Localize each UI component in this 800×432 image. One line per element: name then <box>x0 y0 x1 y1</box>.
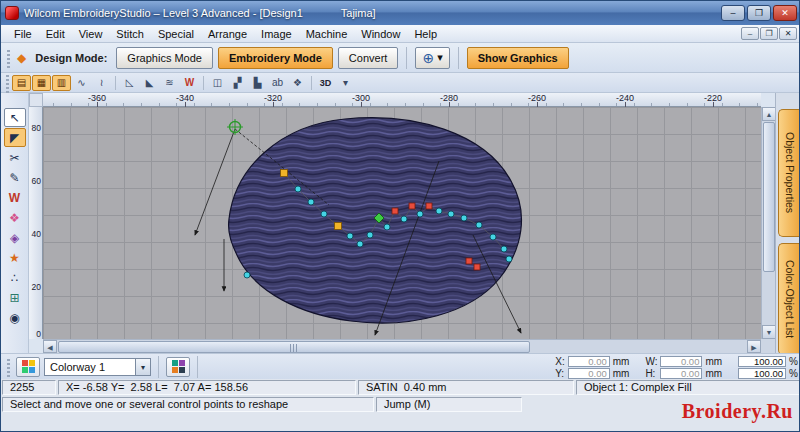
toolbar-separator <box>158 356 159 378</box>
entry-anchor[interactable] <box>227 119 243 135</box>
x-unit: mm <box>613 356 630 367</box>
menu-machine[interactable]: Machine <box>299 27 355 41</box>
menu-edit[interactable]: Edit <box>39 27 72 41</box>
menu-special[interactable]: Special <box>151 27 201 41</box>
x-label: X: <box>555 356 564 367</box>
mdi-close-button[interactable]: ✕ <box>779 27 797 40</box>
menu-view[interactable]: View <box>72 27 110 41</box>
color-wheel-icon[interactable] <box>166 357 190 377</box>
colorway-value[interactable]: Colorway 1 <box>44 358 136 376</box>
embroidery-design <box>43 107 761 339</box>
menu-help[interactable]: Help <box>407 27 444 41</box>
nodes-tool-icon[interactable]: ∴ <box>4 268 26 287</box>
w-label: W: <box>645 356 657 367</box>
mdi-minimize-button[interactable]: – <box>741 27 759 40</box>
menu-window[interactable]: Window <box>354 27 407 41</box>
input-wave-icon[interactable]: ≋ <box>160 75 179 91</box>
graph-icon[interactable]: ▙ <box>248 75 267 91</box>
minimize-button[interactable]: – <box>721 5 745 21</box>
ruler-tick: 80 <box>29 123 41 133</box>
lettering-icon[interactable]: W <box>180 75 199 91</box>
ruler-tick: -240 <box>611 93 639 103</box>
h-field[interactable]: 0.00 <box>660 368 702 379</box>
reshape-tool[interactable]: ◤ <box>4 128 26 147</box>
fill-pattern-icon[interactable]: ▞ <box>228 75 247 91</box>
status-hint: Select and move one or several control p… <box>2 397 374 412</box>
toolbar-grip[interactable] <box>7 48 10 68</box>
ruler-tick: 60 <box>29 176 41 186</box>
title-bar[interactable]: Wilcom EmbroideryStudio – Level 3 Advanc… <box>1 1 800 25</box>
stitch-motif-icon[interactable]: ≀ <box>92 75 111 91</box>
scissors-tool-icon[interactable]: ✂ <box>4 148 26 167</box>
stitch-satin-icon[interactable]: ▥ <box>52 75 71 91</box>
input-b-icon[interactable]: ◣ <box>140 75 159 91</box>
zoom-tool-icon[interactable]: ◉ <box>4 308 26 327</box>
tab-color-object-list[interactable]: Color-Object List <box>778 243 800 355</box>
stitch-run-icon[interactable]: ▤ <box>12 75 31 91</box>
more-tools-icon[interactable]: ▾ <box>336 75 355 91</box>
ruler-tick: -360 <box>83 93 111 103</box>
horizontal-scrollbar[interactable]: ◀ ▶ <box>43 339 761 353</box>
ruler-tick: -280 <box>435 93 463 103</box>
column-icon[interactable]: ◫ <box>208 75 227 91</box>
toolbar-grip[interactable] <box>6 73 9 93</box>
palette-icon[interactable] <box>16 357 40 377</box>
close-button[interactable]: ✕ <box>773 5 797 21</box>
colorway-toolbar: Colorway 1 ▾ X: 0.00 mm W: 0.00 mm 100.0… <box>1 353 800 379</box>
chevron-down-icon[interactable]: ▾ <box>136 358 151 376</box>
vertical-scrollbar[interactable]: ▲ ▼ <box>761 107 775 339</box>
scroll-down-button[interactable]: ▼ <box>762 325 776 339</box>
stitch-zigzag-icon[interactable]: ∿ <box>72 75 91 91</box>
menu-stitch[interactable]: Stitch <box>109 27 151 41</box>
w-field[interactable]: 0.00 <box>660 356 702 367</box>
ruler-tick: -260 <box>523 93 551 103</box>
scroll-left-button[interactable]: ◀ <box>43 340 57 353</box>
app-icon <box>5 6 19 20</box>
scroll-up-button[interactable]: ▲ <box>762 107 776 121</box>
hoop-globe-button[interactable]: ⊕ ▾ <box>415 47 449 69</box>
grid-tool-icon[interactable]: ⊞ <box>4 288 26 307</box>
selected-object-info: Object 1: Complex Fill <box>576 380 800 395</box>
design-canvas[interactable] <box>43 107 761 339</box>
stitch-tatami-icon[interactable]: ▦ <box>32 75 51 91</box>
ruler-tick: -220 <box>699 93 727 103</box>
letters-icon[interactable]: ab <box>268 75 287 91</box>
horizontal-scroll-thumb[interactable] <box>58 341 530 353</box>
select-tool[interactable]: ↖ <box>4 108 26 127</box>
mdi-restore-button[interactable]: ❐ <box>760 27 778 40</box>
toolbar-separator <box>311 76 312 90</box>
lettering-tool-icon[interactable]: W <box>4 188 26 207</box>
embroidery-mode-button[interactable]: Embroidery Mode <box>218 47 333 69</box>
star-tool-icon[interactable]: ★ <box>4 248 26 267</box>
scale-h-field[interactable]: 100.00 <box>738 368 786 379</box>
embroidery-object[interactable] <box>229 118 522 323</box>
toolbar-grip[interactable] <box>7 357 10 377</box>
input-a-icon[interactable]: ◺ <box>120 75 139 91</box>
toolbar-separator <box>203 76 204 90</box>
view-3d-icon[interactable]: 3D <box>316 75 335 91</box>
menu-image[interactable]: Image <box>254 27 299 41</box>
graphics-mode-button[interactable]: Graphics Mode <box>116 47 213 69</box>
tab-object-properties[interactable]: Object Properties <box>778 109 800 237</box>
menu-arrange[interactable]: Arrange <box>201 27 254 41</box>
y-field[interactable]: 0.00 <box>568 368 610 379</box>
h-label: H: <box>645 368 657 379</box>
vertical-scroll-thumb[interactable] <box>763 122 775 272</box>
colorway-select[interactable]: Colorway 1 ▾ <box>44 358 151 376</box>
maximize-button[interactable]: ❐ <box>747 5 771 21</box>
pen-tool-icon[interactable]: ✎ <box>4 168 26 187</box>
workspace: ↖ ◤ ✂ ✎ W ❖ ◈ ★ ∴ ⊞ ◉ -360 -340 -320 -30… <box>1 93 800 353</box>
fill-tool-icon[interactable]: ❖ <box>4 208 26 227</box>
scale-w-field[interactable]: 100.00 <box>738 356 786 367</box>
menu-file[interactable]: File <box>7 27 39 41</box>
x-field[interactable]: 0.00 <box>568 356 610 367</box>
show-graphics-button[interactable]: Show Graphics <box>467 47 569 69</box>
scroll-right-button[interactable]: ▶ <box>747 340 761 353</box>
toolbar-separator <box>197 356 198 378</box>
window-title: Wilcom EmbroideryStudio – Level 3 Advanc… <box>24 7 303 19</box>
shape-tool-icon[interactable]: ◈ <box>4 228 26 247</box>
ruler-corner <box>29 93 43 107</box>
applique-icon[interactable]: ❖ <box>288 75 307 91</box>
design-mode-label: Design Mode: <box>35 52 107 64</box>
convert-button[interactable]: Convert <box>338 47 399 69</box>
